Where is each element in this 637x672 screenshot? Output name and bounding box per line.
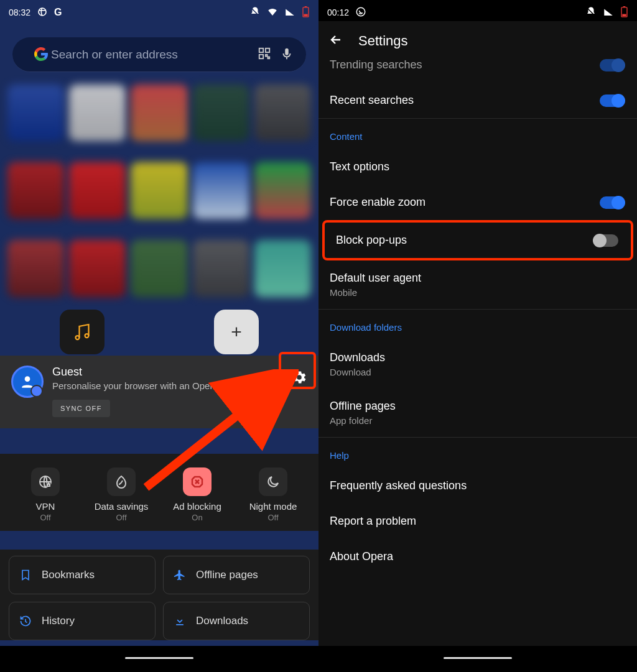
dnd-icon bbox=[249, 6, 261, 19]
profile-name: Guest bbox=[52, 366, 255, 379]
item-trending-searches[interactable]: Trending searches bbox=[318, 58, 637, 83]
item-about-opera[interactable]: About Opera bbox=[318, 539, 637, 574]
toggle-force-zoom[interactable] bbox=[600, 196, 625, 209]
whatsapp-icon bbox=[355, 6, 366, 19]
clock: 08:32 bbox=[9, 7, 30, 17]
speed-dial-tile[interactable] bbox=[193, 240, 249, 297]
speed-dial-tile[interactable] bbox=[131, 162, 187, 219]
item-default-user-agent[interactable]: Default user agent Mobile bbox=[318, 260, 637, 309]
qr-scan-icon[interactable] bbox=[249, 47, 271, 63]
speed-dial-tile[interactable] bbox=[254, 162, 311, 219]
speed-dial-tile[interactable] bbox=[254, 240, 311, 297]
speed-dial-tile[interactable] bbox=[131, 85, 187, 141]
page-title: Settings bbox=[358, 33, 408, 49]
offline-pages-button[interactable]: Offline pages bbox=[163, 556, 310, 594]
settings-screen: 00:12 Settings Trending searches Recent bbox=[318, 0, 637, 672]
item-block-popups[interactable]: Block pop-ups bbox=[325, 223, 631, 258]
downloads-button[interactable]: Downloads bbox=[163, 602, 310, 640]
speed-dial-tile[interactable] bbox=[193, 85, 249, 141]
highlight-settings-gear bbox=[279, 352, 316, 389]
svg-rect-21 bbox=[623, 6, 626, 7]
clock: 00:12 bbox=[327, 7, 349, 17]
sync-off-button[interactable]: SYNC OFF bbox=[52, 400, 110, 417]
settings-header: Settings bbox=[318, 21, 637, 62]
highlight-block-popups: Block pop-ups bbox=[322, 220, 633, 260]
mic-icon[interactable] bbox=[271, 47, 294, 63]
svg-point-12 bbox=[25, 376, 30, 382]
search-placeholder: Search or enter address bbox=[51, 48, 249, 62]
power-icon[interactable] bbox=[264, 369, 280, 388]
section-download-folders: Download folders bbox=[318, 310, 637, 340]
signal-icon bbox=[284, 6, 295, 19]
svg-rect-5 bbox=[259, 48, 263, 52]
status-bar-left: 08:32 G bbox=[0, 0, 318, 21]
avatar[interactable] bbox=[11, 366, 44, 398]
item-recent-searches[interactable]: Recent searches bbox=[318, 83, 637, 118]
svg-rect-9 bbox=[268, 57, 270, 58]
item-force-enable-zoom[interactable]: Force enable zoom bbox=[318, 185, 637, 220]
section-help: Help bbox=[318, 438, 637, 468]
speed-dial-tile[interactable] bbox=[69, 240, 126, 297]
svg-rect-4 bbox=[304, 14, 307, 16]
speed-dial-tile[interactable] bbox=[254, 85, 311, 141]
speed-dial-grid bbox=[0, 78, 318, 307]
wifi-icon bbox=[267, 6, 278, 19]
system-navbar-left[interactable] bbox=[0, 646, 318, 672]
speed-dial-tile[interactable] bbox=[7, 162, 64, 219]
speed-dial-music[interactable] bbox=[60, 310, 105, 354]
data-savings-tile[interactable]: Data savings Off bbox=[83, 467, 159, 522]
profile-description: Personalise your browser with an Opera a… bbox=[52, 380, 255, 392]
google-g-icon: G bbox=[54, 7, 62, 18]
svg-point-18 bbox=[356, 7, 365, 16]
home-screen: 08:32 G Search or enter address bbox=[0, 0, 318, 672]
toggle-block-popups[interactable] bbox=[593, 234, 618, 247]
firefox-icon bbox=[37, 6, 48, 19]
speed-dial-tile[interactable] bbox=[131, 240, 187, 297]
address-bar[interactable]: Search or enter address bbox=[12, 37, 306, 72]
svg-rect-22 bbox=[622, 14, 626, 16]
dnd-icon bbox=[585, 6, 597, 19]
menu-buttons: Bookmarks Offline pages History Download… bbox=[0, 550, 318, 640]
svg-point-0 bbox=[39, 8, 46, 16]
ad-blocking-tile[interactable]: Ad blocking On bbox=[159, 467, 235, 522]
signal-icon bbox=[603, 6, 614, 19]
svg-point-11 bbox=[85, 334, 89, 338]
section-content: Content bbox=[318, 119, 637, 149]
speed-dial-tile[interactable] bbox=[193, 162, 249, 219]
svg-rect-7 bbox=[259, 54, 263, 58]
item-text-options[interactable]: Text options bbox=[318, 149, 637, 185]
svg-rect-3 bbox=[305, 6, 307, 7]
item-offline-pages-folder[interactable]: Offline pages App folder bbox=[318, 389, 637, 437]
item-downloads-folder[interactable]: Downloads Download bbox=[318, 340, 637, 389]
quick-actions-grid: VPN Off Data savings Off Ad blocking On … bbox=[0, 454, 318, 531]
bookmarks-button[interactable]: Bookmarks bbox=[9, 556, 156, 594]
svg-rect-6 bbox=[266, 48, 269, 52]
item-report-problem[interactable]: Report a problem bbox=[318, 504, 637, 539]
speed-dial-tile[interactable] bbox=[7, 240, 64, 297]
speed-dial-tile[interactable] bbox=[69, 85, 126, 141]
profile-panel: Guest Personalise your browser with an O… bbox=[0, 356, 318, 428]
item-faq[interactable]: Frequently asked questions bbox=[318, 468, 637, 504]
svg-rect-8 bbox=[266, 54, 267, 56]
speed-dial-tile[interactable] bbox=[7, 85, 64, 141]
history-button[interactable]: History bbox=[9, 602, 156, 640]
status-bar-right: 00:12 bbox=[318, 0, 637, 21]
night-mode-tile[interactable]: Night mode Off bbox=[235, 467, 311, 522]
speed-dial-tile[interactable] bbox=[69, 162, 126, 219]
battery-low-icon bbox=[620, 6, 628, 19]
toggle-recent[interactable] bbox=[600, 94, 625, 107]
toggle-trending[interactable] bbox=[600, 59, 625, 71]
google-logo-icon bbox=[25, 47, 41, 63]
speed-dial-add-button[interactable]: + bbox=[214, 310, 259, 354]
svg-point-10 bbox=[76, 336, 80, 339]
system-navbar-right[interactable] bbox=[318, 646, 637, 672]
back-arrow-icon[interactable] bbox=[328, 32, 343, 50]
vpn-tile[interactable]: VPN Off bbox=[7, 467, 83, 522]
battery-low-icon bbox=[302, 6, 310, 19]
